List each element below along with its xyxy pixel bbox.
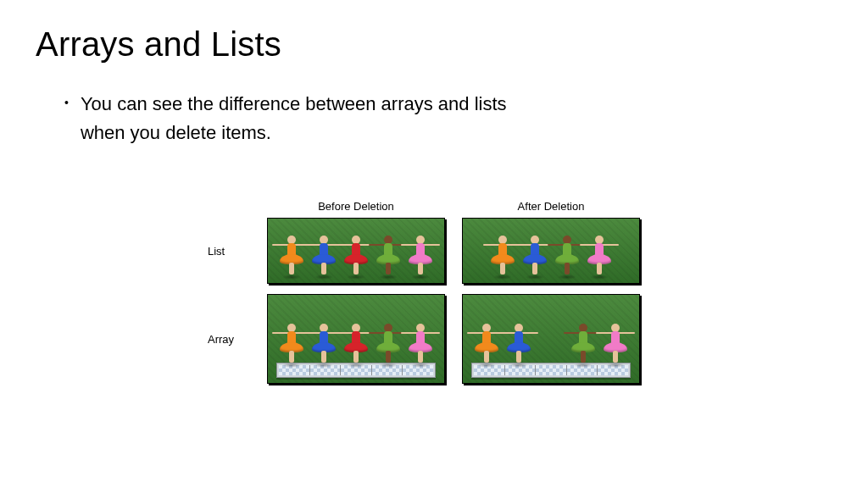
dancer-pink bbox=[406, 232, 435, 276]
bullet-item: • You can see the difference between arr… bbox=[64, 90, 817, 147]
dancer-legs bbox=[484, 351, 489, 363]
dancer-shadow bbox=[379, 363, 398, 368]
platform-tiles bbox=[474, 365, 628, 375]
slide-body: • You can see the difference between arr… bbox=[64, 90, 817, 147]
dancer-orange bbox=[472, 320, 501, 364]
dancer-legs bbox=[516, 351, 521, 363]
dancer-legs bbox=[532, 263, 537, 274]
dancer-legs bbox=[613, 351, 618, 363]
dancer-shadow bbox=[411, 274, 430, 280]
dancer-pink bbox=[601, 320, 630, 364]
dancer-legs bbox=[581, 351, 586, 363]
panel-array-after bbox=[462, 294, 640, 384]
slide: Arrays and Lists • You can see the diffe… bbox=[0, 0, 868, 488]
panel-array-before bbox=[267, 294, 445, 384]
row-label-list: List bbox=[208, 245, 267, 258]
slide-title: Arrays and Lists bbox=[36, 25, 281, 64]
bullet-text: You can see the difference between array… bbox=[81, 90, 555, 147]
platform-tile bbox=[536, 365, 567, 375]
dancer-shadow bbox=[411, 363, 430, 368]
dancer-pink bbox=[585, 232, 614, 276]
dancer-orange bbox=[277, 320, 306, 364]
dancer-legs bbox=[321, 263, 326, 274]
dancer-legs bbox=[353, 263, 359, 274]
dancer-shadow bbox=[347, 363, 365, 368]
dancer-shadow bbox=[574, 363, 593, 368]
dancer-legs bbox=[386, 263, 391, 274]
dancer-shadow bbox=[493, 274, 512, 280]
dancer-blue bbox=[309, 320, 338, 364]
dancer-blue bbox=[520, 232, 549, 276]
diagram-column-headers: Before Deletion After Deletion bbox=[208, 200, 665, 213]
dancer-shadow bbox=[509, 363, 528, 368]
dancer-shadow bbox=[526, 274, 544, 280]
dancer-green bbox=[553, 232, 581, 276]
dancer-orange bbox=[488, 232, 517, 276]
dancer-blue bbox=[309, 232, 338, 276]
dancers-row bbox=[268, 232, 444, 276]
dancer-green bbox=[569, 320, 598, 364]
dancer-shadow bbox=[314, 274, 333, 280]
row-label-array: Array bbox=[208, 333, 267, 346]
dancer-legs bbox=[386, 351, 391, 363]
dancer-shadow bbox=[379, 274, 398, 280]
dancer-shadow bbox=[282, 274, 301, 280]
col-header-before: Before Deletion bbox=[267, 200, 445, 213]
diagram: Before Deletion After Deletion List Arra… bbox=[208, 200, 665, 394]
dancer-shadow bbox=[477, 363, 496, 368]
dancer-blue bbox=[504, 320, 533, 364]
dancer-legs bbox=[418, 351, 423, 363]
dancer-green bbox=[374, 320, 403, 364]
dancer-legs bbox=[321, 351, 326, 363]
dancer-legs bbox=[353, 351, 359, 363]
panel-list-after bbox=[462, 218, 640, 284]
dancer-pink bbox=[406, 320, 435, 364]
dancer-legs bbox=[565, 263, 570, 274]
row-list: List bbox=[208, 218, 665, 284]
col-header-after: After Deletion bbox=[462, 200, 640, 213]
dancer-shadow bbox=[347, 274, 365, 280]
dancer-green bbox=[374, 232, 403, 276]
dancer-orange bbox=[277, 232, 306, 276]
dancer-legs bbox=[597, 263, 602, 274]
dancer-shadow bbox=[590, 274, 609, 280]
dancer-shadow bbox=[282, 363, 301, 368]
panel-list-before bbox=[267, 218, 445, 284]
dancer-red bbox=[342, 320, 370, 364]
dancer-shadow bbox=[558, 274, 576, 280]
row-array: Array bbox=[208, 294, 665, 384]
bullet-dot-icon: • bbox=[64, 91, 69, 114]
dancer-legs bbox=[500, 263, 505, 274]
dancer-red bbox=[342, 232, 370, 276]
dancer-shadow bbox=[606, 363, 625, 368]
dancer-legs bbox=[418, 263, 423, 274]
dancer-shadow bbox=[314, 363, 333, 368]
dancer-legs bbox=[289, 351, 294, 363]
dancers-row bbox=[268, 320, 444, 364]
dancers-row bbox=[463, 232, 639, 276]
dancers-row bbox=[463, 320, 639, 364]
dancer-legs bbox=[289, 263, 294, 274]
